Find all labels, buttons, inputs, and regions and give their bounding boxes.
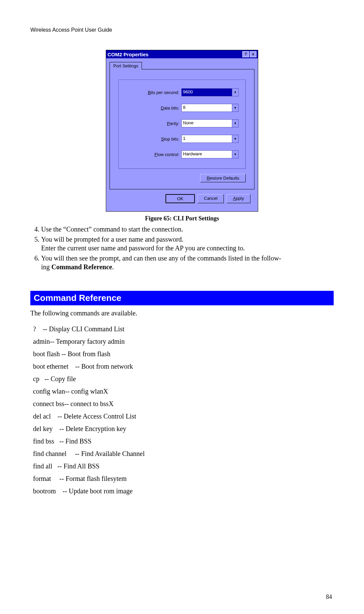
command-row: format -- Format flash filesytem [33,475,334,483]
command-row: boot ethernet -- Boot from network [33,363,334,370]
value-flow-control: Hardware [182,151,232,158]
value-parity: None [182,120,232,127]
document-page: Wireless Access Point User Guide COM2 Pr… [0,0,364,614]
select-data-bits[interactable]: 8 ▼ [181,104,239,112]
tab-port-settings[interactable]: Port Settings [110,62,142,69]
step-6: You will then see the prompt, and can th… [41,254,334,271]
chevron-down-icon: ▼ [232,135,238,143]
select-bits-per-second[interactable]: 9600 ▼ [181,88,239,96]
section-command-reference: Command Reference [30,291,334,305]
restore-row: Restore Defaults [118,174,246,182]
value-stop-bits: 1 [182,135,232,143]
chevron-down-icon: ▼ [232,151,238,158]
command-row: bootrom -- Update boot rom image [33,487,334,495]
ok-button[interactable]: OK [165,194,195,203]
label-flow-control: Flow control: [125,152,181,157]
command-list: ? -- Display CLI Command List admin-- Te… [30,325,334,495]
select-stop-bits[interactable]: 1 ▼ [181,135,239,143]
row-parity: Parity: None ▼ [125,119,239,127]
label-bits-per-second: Bits per second: [125,90,181,95]
tab-panel: Bits per second: 9600 ▼ Data bits: 8 ▼ [110,69,254,189]
command-row: del acl -- Delete Access Control List [33,412,334,420]
dialog-body: Port Settings Bits per second: 9600 ▼ Da… [106,58,258,211]
command-row: config wlan-- config wlanX [33,388,334,395]
help-button[interactable]: ? [242,51,249,57]
command-row: cp -- Copy file [33,375,334,383]
chevron-down-icon: ▼ [232,89,238,96]
row-flow-control: Flow control: Hardware ▼ [125,150,239,158]
page-header: Wireless Access Point User Guide [30,27,334,33]
dialog-title: COM2 Properties [108,52,149,57]
chevron-down-icon: ▼ [232,120,238,127]
apply-button[interactable]: Apply [226,194,250,203]
page-number: 84 [326,593,332,601]
value-data-bits: 8 [182,104,232,112]
command-row: find bss -- Find BSS [33,437,334,445]
select-parity[interactable]: None ▼ [181,119,239,127]
cancel-button[interactable]: Cancel [198,194,224,203]
command-row: find all -- Find All BSS [33,462,334,470]
row-bits-per-second: Bits per second: 9600 ▼ [125,88,239,96]
row-stop-bits: Stop bits: 1 ▼ [125,135,239,143]
settings-group: Bits per second: 9600 ▼ Data bits: 8 ▼ [118,80,246,169]
com2-properties-dialog: COM2 Properties ? x Port Settings Bits p… [106,50,258,212]
dialog-titlebar: COM2 Properties ? x [106,50,258,58]
command-row: find channel -- Find Available Channel [33,450,334,458]
close-button[interactable]: x [250,51,256,57]
figure-caption: Figure 65: CLI Port Settings [30,215,334,222]
value-bits-per-second: 9600 [182,89,232,96]
chevron-down-icon: ▼ [232,104,238,112]
label-stop-bits: Stop bits: [125,136,181,142]
titlebar-buttons: ? x [242,51,256,57]
restore-defaults-button[interactable]: Restore Defaults [200,174,246,182]
command-row: boot flash -- Boot from flash [33,350,334,358]
row-data-bits: Data bits: 8 ▼ [125,104,239,112]
instruction-list: Use the “Connect” command to start the c… [30,225,334,271]
step-4: Use the “Connect” command to start the c… [41,225,334,234]
command-row: connect bss-- connect to bssX [33,400,334,408]
command-row: ? -- Display CLI Command List [33,325,334,333]
dialog-action-buttons: OK Cancel Apply [110,189,254,208]
command-row: admin-- Temporary factory admin [33,338,334,345]
step-5: You will be prompted for a user name and… [41,235,334,252]
command-intro: The following commands are available. [30,309,334,317]
label-data-bits: Data bits: [125,105,181,111]
select-flow-control[interactable]: Hardware ▼ [181,150,239,158]
command-row: del key -- Delete Encryption key [33,425,334,433]
label-parity: Parity: [125,121,181,126]
